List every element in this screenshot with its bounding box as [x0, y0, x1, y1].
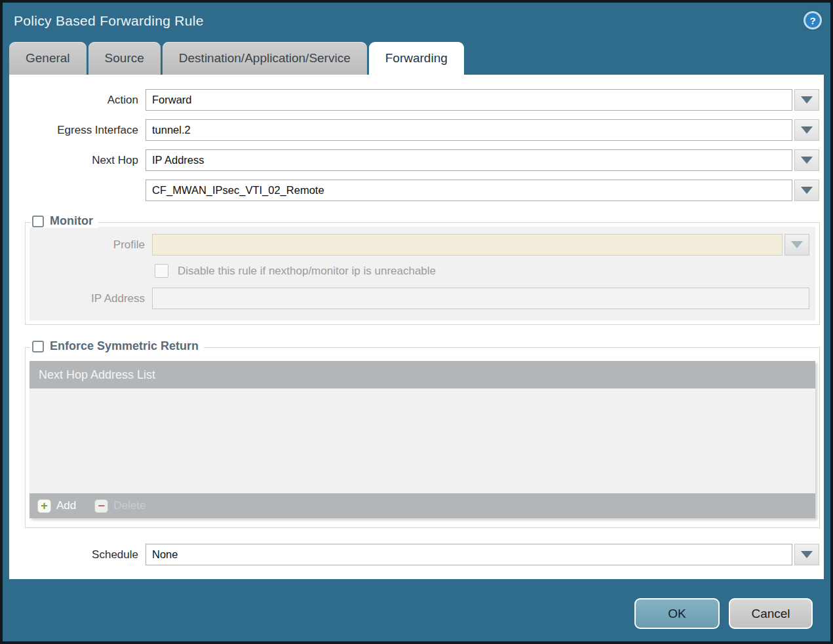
next-hop-address-row: CF_MWAN_IPsec_VTI_02_Remote	[9, 180, 819, 201]
action-label: Action	[9, 94, 145, 107]
monitor-ip-field	[152, 288, 809, 309]
next-hop-address-list-header: Next Hop Address List	[29, 361, 815, 388]
question-mark-glyph: ?	[809, 16, 815, 26]
help-icon[interactable]: ?	[804, 11, 822, 29]
chevron-down-icon	[791, 241, 803, 248]
enforce-symmetric-return-label: Enforce Symmetric Return	[50, 339, 199, 353]
minus-icon: −	[94, 499, 108, 513]
chevron-down-icon	[801, 551, 813, 558]
action-dropdown-button[interactable]	[794, 89, 819, 111]
cancel-button[interactable]: Cancel	[729, 598, 813, 629]
disable-rule-label: Disable this rule if nexthop/monitor ip …	[178, 265, 436, 278]
monitor-legend: Monitor	[30, 214, 98, 228]
next-hop-type-dropdown-button[interactable]	[794, 149, 819, 171]
delete-button: − Delete	[94, 499, 145, 513]
chevron-down-icon	[801, 126, 813, 134]
monitor-legend-label: Monitor	[50, 214, 93, 228]
chevron-down-icon	[801, 157, 813, 164]
disable-rule-row: Disable this rule if nexthop/monitor ip …	[155, 264, 809, 278]
profile-row: Profile	[29, 234, 809, 256]
next-hop-address-list-body	[29, 388, 815, 493]
monitor-ip-label: IP Address	[29, 292, 152, 305]
dialog-footer: OK Cancel	[634, 598, 813, 629]
monitor-group: Monitor Profile Disable this rule if nex…	[25, 222, 820, 325]
schedule-field[interactable]: None	[145, 544, 792, 565]
schedule-dropdown-button[interactable]	[794, 544, 819, 565]
monitor-ip-row: IP Address	[29, 288, 809, 309]
action-row: Action Forward	[9, 89, 819, 111]
next-hop-row: Next Hop IP Address	[9, 149, 819, 171]
next-hop-address-field[interactable]: CF_MWAN_IPsec_VTI_02_Remote	[145, 180, 792, 201]
next-hop-label: Next Hop	[9, 154, 145, 167]
disable-rule-checkbox	[155, 264, 168, 278]
next-hop-type-field[interactable]: IP Address	[145, 149, 792, 171]
profile-field	[152, 234, 783, 256]
tab-forwarding[interactable]: Forwarding	[369, 42, 464, 75]
plus-icon: +	[37, 499, 51, 513]
ok-button[interactable]: OK	[634, 598, 720, 629]
forwarding-tab-panel: Action Forward Egress Interface tunnel.2…	[9, 75, 824, 579]
chevron-down-icon	[801, 187, 813, 194]
enforce-symmetric-return-checkbox[interactable]	[32, 341, 44, 352]
profile-label: Profile	[29, 238, 152, 252]
delete-button-label: Delete	[113, 499, 145, 512]
egress-interface-label: Egress Interface	[9, 124, 145, 137]
add-button[interactable]: + Add	[37, 499, 76, 513]
egress-interface-dropdown-button[interactable]	[794, 119, 819, 141]
tab-general[interactable]: General	[9, 42, 87, 75]
enforce-symmetric-return-group: Enforce Symmetric Return Next Hop Addres…	[25, 347, 820, 528]
monitor-checkbox[interactable]	[32, 216, 44, 227]
schedule-label: Schedule	[9, 548, 145, 561]
policy-based-forwarding-dialog: Policy Based Forwarding Rule ? General S…	[0, 0, 833, 644]
egress-interface-row: Egress Interface tunnel.2	[9, 119, 819, 141]
schedule-row: Schedule None	[9, 544, 819, 565]
next-hop-address-list-table: Next Hop Address List + Add − Delete	[29, 361, 815, 518]
add-button-label: Add	[56, 499, 76, 512]
egress-interface-field[interactable]: tunnel.2	[145, 119, 792, 141]
monitor-panel: Profile Disable this rule if nexthop/mon…	[29, 227, 815, 320]
action-field[interactable]: Forward	[145, 89, 792, 111]
next-hop-address-list-toolbar: + Add − Delete	[29, 493, 815, 518]
next-hop-address-dropdown-button[interactable]	[794, 180, 819, 201]
tab-bar: General Source Destination/Application/S…	[9, 42, 466, 75]
enforce-symmetric-return-legend: Enforce Symmetric Return	[30, 339, 204, 353]
tab-source[interactable]: Source	[88, 42, 161, 75]
chevron-down-icon	[801, 96, 813, 104]
profile-dropdown-button	[785, 234, 809, 256]
tab-destination-application-service[interactable]: Destination/Application/Service	[163, 42, 367, 75]
dialog-title: Policy Based Forwarding Rule	[14, 13, 204, 29]
